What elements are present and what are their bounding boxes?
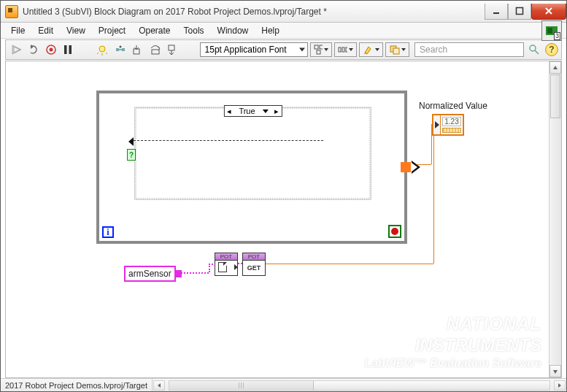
svg-rect-18: [346, 47, 347, 52]
case-label: True: [234, 107, 259, 115]
search-box[interactable]: [414, 42, 524, 57]
svg-rect-4: [64, 45, 67, 54]
wire-pink-h1: [178, 272, 209, 274]
reorder-dropdown[interactable]: [385, 42, 409, 57]
svg-rect-8: [122, 48, 125, 51]
pot-refnum-header: POT: [215, 253, 237, 261]
scroll-down-button[interactable]: [549, 365, 561, 377]
svg-rect-1: [517, 8, 523, 15]
run-button[interactable]: [9, 42, 24, 57]
hscroll-thumb[interactable]: [169, 381, 314, 390]
menu-file[interactable]: File: [5, 24, 31, 37]
case-selector-terminal[interactable]: [127, 149, 136, 161]
app-icon: [5, 5, 18, 18]
step-into-button[interactable]: [130, 42, 145, 57]
block-diagram-canvas[interactable]: i ◂ True ▸ Normalized Value: [6, 61, 549, 377]
wire-orange-v: [433, 135, 434, 264]
indicator-arrow-icon: [433, 115, 441, 134]
pot-get-subvi[interactable]: POT GET: [242, 253, 266, 276]
step-over-button[interactable]: [147, 42, 163, 57]
menu-project[interactable]: Project: [93, 24, 131, 37]
menu-operate[interactable]: Operate: [133, 24, 176, 37]
wire-pink-h2: [209, 264, 213, 265]
normalized-value-indicator[interactable]: 1.23: [432, 114, 464, 136]
case-prev-icon[interactable]: ◂: [224, 107, 234, 116]
svg-point-3: [50, 48, 53, 52]
wire-inside-case: [134, 140, 323, 141]
menu-tools[interactable]: Tools: [178, 24, 210, 37]
svg-point-9: [119, 46, 121, 48]
normalized-value-display: 1.23: [442, 117, 461, 126]
horizontal-scrollbar[interactable]: [169, 380, 550, 391]
case-next-icon[interactable]: ▸: [271, 107, 282, 116]
pot-refnum-subvi[interactable]: POT: [215, 253, 238, 276]
vertical-scrollbar[interactable]: [549, 61, 561, 377]
run-continuous-button[interactable]: [26, 42, 42, 57]
help-button[interactable]: ?: [545, 43, 558, 56]
iteration-terminal[interactable]: i: [102, 226, 114, 238]
status-path: 2017 Robot Project Demos.lvproj/Target: [1, 379, 153, 391]
wire-to-indicator-h: [417, 164, 431, 165]
armsensor-control[interactable]: armSensor: [124, 266, 176, 282]
svg-rect-11: [152, 50, 159, 54]
font-selector[interactable]: 15pt Application Font: [200, 42, 308, 57]
hscroll-right-button[interactable]: [554, 380, 566, 391]
highlight-exec-button[interactable]: [94, 42, 109, 57]
loop-left-menu-icon[interactable]: [128, 137, 134, 146]
menu-help[interactable]: Help: [255, 24, 285, 37]
window-title: Untitled 3 (SubVI) Block Diagram on 2017…: [23, 7, 327, 17]
svg-point-6: [99, 46, 105, 52]
out-arrow-icon: [234, 264, 238, 270]
case-dropdown-icon[interactable]: [263, 109, 269, 113]
vi-icon-badge: 3: [554, 32, 560, 40]
svg-point-21: [530, 45, 536, 51]
scroll-up-button[interactable]: [549, 61, 561, 74]
svg-rect-14: [320, 45, 323, 49]
pot-get-label: GET: [243, 261, 265, 275]
hscroll-left-button[interactable]: [153, 380, 165, 391]
pause-button[interactable]: [61, 42, 75, 57]
armsensor-terminal: [176, 270, 182, 277]
wire-to-indicator-v: [431, 124, 432, 164]
menu-edit[interactable]: Edit: [32, 24, 59, 37]
while-loop[interactable]: i ◂ True ▸: [96, 91, 407, 244]
svg-rect-7: [116, 48, 119, 51]
vi-icon[interactable]: 3: [541, 20, 562, 41]
sheet-icon: [218, 262, 227, 272]
svg-rect-12: [169, 45, 174, 50]
normalized-value-label: Normalized Value: [419, 101, 487, 111]
wire-orange-h: [266, 264, 433, 264]
menu-view[interactable]: View: [61, 24, 91, 37]
dbl-type-icon: [442, 128, 461, 133]
align-dropdown[interactable]: [310, 42, 333, 57]
step-out-button[interactable]: [165, 42, 180, 57]
case-selector[interactable]: ◂ True ▸: [223, 105, 282, 117]
search-input[interactable]: [418, 44, 520, 55]
font-label: 15pt Application Font: [205, 45, 287, 55]
case-structure[interactable]: ◂ True ▸: [134, 107, 371, 200]
svg-rect-0: [493, 12, 499, 14]
retain-wire-button[interactable]: [112, 42, 128, 57]
svg-rect-16: [339, 47, 341, 52]
menu-window[interactable]: Window: [212, 24, 255, 37]
armsensor-label: armSensor: [128, 269, 171, 279]
svg-rect-15: [317, 50, 320, 54]
svg-rect-17: [342, 47, 344, 52]
svg-rect-5: [69, 45, 72, 54]
abort-button[interactable]: [44, 42, 58, 57]
svg-rect-20: [393, 48, 399, 54]
stop-terminal[interactable]: [388, 225, 401, 238]
search-icon[interactable]: [526, 42, 542, 57]
pot-get-header: POT: [243, 253, 265, 261]
auto-index-icon: [412, 161, 420, 174]
cleanup-dropdown[interactable]: [359, 42, 383, 57]
loop-tunnel-right[interactable]: [401, 162, 411, 172]
minimize-button[interactable]: [485, 4, 508, 20]
watermark: NATIONAL INSTRUMENTS LabVIEW™ Evaluation…: [364, 285, 541, 370]
distribute-dropdown[interactable]: [334, 42, 357, 57]
maximize-button[interactable]: [508, 4, 531, 20]
scroll-thumb[interactable]: [550, 74, 560, 118]
svg-rect-13: [315, 45, 318, 49]
close-button[interactable]: [531, 4, 566, 20]
